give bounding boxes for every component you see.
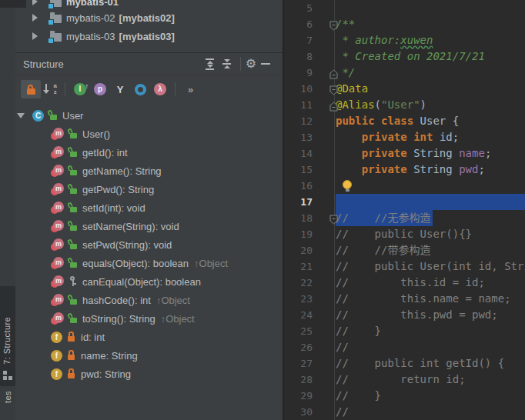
- code-text[interactable]: // this.name = name;: [336, 291, 511, 307]
- structure-tree-item[interactable]: mequals(Object): boolean↑Object: [15, 254, 283, 272]
- show-properties-button[interactable]: p: [90, 80, 110, 98]
- code-text[interactable]: @Data: [336, 81, 368, 97]
- project-tree-item[interactable]: mybatis-03[mybatis03]: [15, 27, 283, 45]
- code-text[interactable]: private String pwd;: [336, 162, 485, 178]
- code-line[interactable]: 5: [284, 0, 525, 16]
- structure-tree-item[interactable]: fname: String: [15, 346, 283, 365]
- project-tree-item[interactable]: mybatis-02[mybatis02]: [15, 8, 283, 27]
- fold-marker[interactable]: [329, 100, 339, 110]
- hide-panel-button[interactable]: [261, 63, 270, 65]
- code-line[interactable]: 15 private String pwd;: [284, 162, 525, 178]
- chevron-right-icon[interactable]: [32, 14, 38, 22]
- fold-marker[interactable]: [329, 68, 339, 78]
- chevron-down-icon[interactable]: [17, 113, 25, 118]
- intention-bulb-icon[interactable]: [343, 180, 352, 189]
- code-text[interactable]: // public User(){}: [336, 226, 472, 242]
- fold-marker[interactable]: [329, 19, 339, 29]
- code-text[interactable]: // //无参构造: [336, 210, 430, 226]
- code-line[interactable]: 21// public User(int id, Strin: [284, 258, 525, 275]
- project-tree: mybatis-01mybatis-02[mybatis02]mybatis-0…: [15, 0, 283, 52]
- code-line[interactable]: 16: [284, 178, 525, 194]
- member-label: User: [62, 110, 83, 122]
- code-line[interactable]: 14 private String name;: [284, 145, 525, 162]
- structure-tree-item[interactable]: mUser(): [15, 125, 283, 143]
- code-line[interactable]: 22// this.id = id;: [284, 275, 525, 291]
- line-number: 16: [284, 178, 313, 194]
- show-non-public-button[interactable]: [21, 80, 41, 98]
- structure-tree-item[interactable]: mgetPwd(): String: [15, 180, 283, 198]
- private-lock-icon: [67, 350, 76, 361]
- structure-tree-item[interactable]: mcanEqual(Object): boolean: [15, 272, 283, 291]
- expand-all-button[interactable]: [202, 56, 219, 72]
- code-text[interactable]: @Alias("User"): [336, 97, 426, 113]
- structure-tree-item[interactable]: mgetName(): String: [15, 162, 283, 180]
- structure-tree-item[interactable]: msetPwd(String): void: [15, 235, 283, 254]
- chevron-right-icon[interactable]: [32, 0, 38, 5]
- show-anonymous-button[interactable]: [130, 80, 150, 98]
- member-label: name: String: [81, 350, 138, 362]
- code-text[interactable]: // public int getId() {: [336, 355, 504, 372]
- code-text[interactable]: // public User(int id, Strin: [336, 258, 525, 275]
- line-number: 29: [284, 388, 313, 404]
- sort-alphabetically-button[interactable]: az: [40, 80, 60, 98]
- gear-icon[interactable]: ⚙: [246, 57, 256, 71]
- line-number: 15: [284, 162, 313, 178]
- code-text[interactable]: // this.id = id;: [336, 275, 485, 291]
- code-line[interactable]: 13 private int id;: [284, 129, 525, 145]
- code-text[interactable]: // this.pwd = pwd;: [336, 307, 498, 323]
- method-icon: m: [51, 238, 64, 251]
- code-line[interactable]: 30//: [284, 404, 525, 420]
- code-line[interactable]: 7 * author:xuwen: [284, 32, 525, 48]
- structure-tree-item[interactable]: mhashCode(): int↑Object: [15, 291, 283, 309]
- structure-tree-item[interactable]: msetName(String): void: [15, 217, 283, 235]
- code-line[interactable]: 26//: [284, 339, 525, 355]
- code-text[interactable]: // return id;: [336, 372, 466, 388]
- code-text[interactable]: // }: [336, 323, 381, 339]
- structure-tree-item[interactable]: mtoString(): String↑Object: [15, 309, 283, 328]
- code-text[interactable]: // //带参构造: [336, 242, 430, 258]
- code-text[interactable]: // }: [336, 388, 381, 404]
- code-line[interactable]: 25// }: [284, 323, 525, 339]
- code-line[interactable]: 9 */: [284, 65, 525, 81]
- code-line[interactable]: 24// this.pwd = pwd;: [284, 307, 525, 323]
- code-line[interactable]: 27// public int getId() {: [284, 355, 525, 372]
- show-lambdas-button[interactable]: λ: [150, 80, 170, 98]
- structure-tree-item[interactable]: mgetId(): int: [15, 143, 283, 162]
- code-text[interactable]: private int id;: [336, 129, 459, 145]
- code-line[interactable]: 8 * Created on 2021/7/21: [284, 48, 525, 65]
- structure-tree-item[interactable]: msetId(int): void: [15, 198, 283, 217]
- code-text[interactable]: //: [336, 339, 349, 355]
- code-text[interactable]: public class User {: [336, 113, 459, 129]
- code-text[interactable]: //: [336, 404, 349, 420]
- code-line[interactable]: 18// //无参构造: [284, 210, 525, 226]
- chevron-right-icon[interactable]: [32, 32, 38, 40]
- tool-window-tab-structure[interactable]: 7: Structure: [0, 286, 15, 386]
- code-line[interactable]: 23// this.name = name;: [284, 291, 525, 307]
- code-editor[interactable]: 56/**7 * author:xuwen8 * Created on 2021…: [283, 0, 525, 420]
- structure-tree-item[interactable]: CUser: [15, 106, 283, 125]
- show-inherited-button[interactable]: I↑: [70, 80, 90, 98]
- code-text[interactable]: private String name;: [336, 145, 491, 162]
- code-line[interactable]: 11@Alias("User"): [284, 97, 525, 113]
- fold-marker[interactable]: [329, 213, 339, 223]
- collapse-all-button[interactable]: [219, 56, 236, 72]
- code-line[interactable]: 12public class User {: [284, 113, 525, 129]
- code-line[interactable]: 6/**: [284, 16, 525, 32]
- code-line[interactable]: 20// //带参构造: [284, 242, 525, 258]
- code-line[interactable]: 10@Data: [284, 81, 525, 97]
- code-text[interactable]: * author:xuwen: [336, 32, 433, 48]
- line-number: 7: [284, 32, 313, 48]
- fold-marker[interactable]: [329, 84, 339, 94]
- code-line[interactable]: 28// return id;: [284, 372, 525, 388]
- structure-tree-item[interactable]: fpwd: String: [15, 365, 283, 383]
- module-badge: [mybatis02]: [119, 12, 175, 24]
- more-options-button[interactable]: »: [180, 80, 200, 98]
- group-methods-button[interactable]: Y: [110, 80, 130, 98]
- code-text[interactable]: * Created on 2021/7/21: [336, 48, 485, 65]
- member-label: setId(int): void: [82, 202, 145, 214]
- structure-tree-item[interactable]: fid: int: [15, 328, 283, 346]
- selection-highlight: [336, 194, 525, 210]
- code-line[interactable]: 19// public User(){}: [284, 226, 525, 242]
- code-line[interactable]: 29// }: [284, 388, 525, 404]
- line-number: 9: [284, 65, 313, 81]
